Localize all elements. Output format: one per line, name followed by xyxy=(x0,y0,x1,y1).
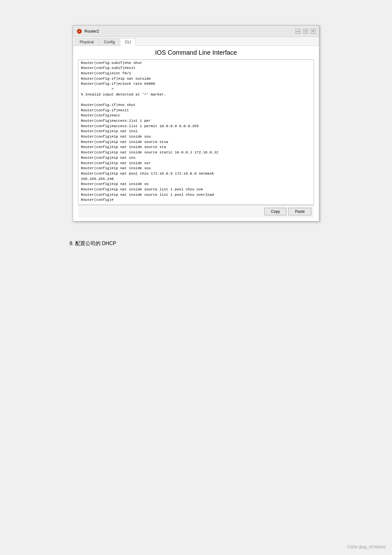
cli-scroll-area[interactable]: Router#conf t Enter configuration comman… xyxy=(78,60,314,205)
cli-terminal: Router#conf t Enter configuration comman… xyxy=(78,59,314,205)
paste-button[interactable]: Paste xyxy=(288,208,311,215)
tab-physical[interactable]: Physical xyxy=(75,38,99,46)
window-title: Router2 xyxy=(84,29,99,34)
title-bar-left: Router2 xyxy=(76,28,99,34)
title-bar: Router2 — □ × xyxy=(73,26,319,37)
watermark: CSDN @qq_45766042 xyxy=(347,545,386,549)
cli-content: Router#conf t Enter configuration comman… xyxy=(81,60,311,203)
cli-buttons: Copy Paste xyxy=(78,205,314,218)
cli-area: IOS Command Line Interface Router#conf t… xyxy=(73,46,319,221)
tab-bar: Physical Config CLI xyxy=(73,37,319,46)
tab-cli[interactable]: CLI xyxy=(120,38,136,46)
router-window: Router2 — □ × Physical Config CLI IOS Co… xyxy=(73,25,319,221)
minimize-button[interactable]: — xyxy=(296,29,301,34)
copy-button[interactable]: Copy xyxy=(264,208,286,215)
tab-config[interactable]: Config xyxy=(99,38,120,46)
maximize-button[interactable]: □ xyxy=(303,29,308,34)
svg-point-1 xyxy=(79,31,80,32)
router-icon xyxy=(76,28,83,34)
title-bar-controls: — □ × xyxy=(296,29,316,34)
bottom-text: 8. 配置公司的 DHCP xyxy=(70,240,341,247)
close-button[interactable]: × xyxy=(311,29,316,34)
cli-heading: IOS Command Line Interface xyxy=(78,49,314,56)
